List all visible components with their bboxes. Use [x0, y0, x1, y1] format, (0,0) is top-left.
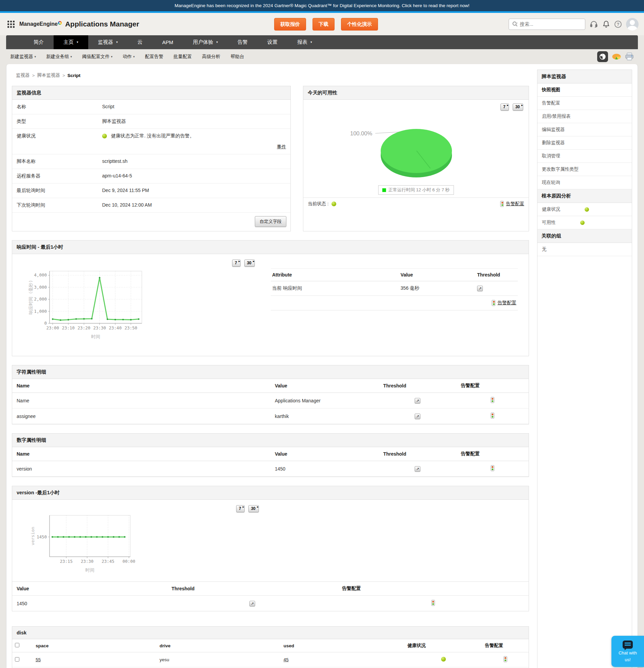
traffic-light-icon[interactable] — [500, 201, 504, 207]
version-title: version -最后1小时 — [12, 486, 529, 500]
traffic-light-icon[interactable] — [491, 412, 494, 419]
personalized-demo-button[interactable]: 个性化演示 — [341, 18, 378, 31]
actions-link[interactable]: 动作 — [123, 54, 135, 60]
pie-chart-icon[interactable] — [612, 53, 621, 60]
threshold-icon[interactable] — [415, 466, 420, 472]
range-30-button[interactable]: 30 — [249, 505, 259, 512]
download-button[interactable]: 下载 — [313, 18, 334, 31]
help-icon[interactable]: ? — [614, 21, 621, 28]
select-all-checkbox[interactable] — [15, 643, 19, 647]
svg-text:3,000: 3,000 — [34, 285, 47, 290]
sidebar-item-rca-availability[interactable]: 可用性 — [537, 216, 632, 229]
notifications-bell-icon[interactable] — [602, 20, 610, 28]
threshold-icon[interactable] — [250, 601, 255, 607]
traffic-light-icon[interactable] — [431, 600, 435, 606]
threshold-icon[interactable] — [415, 413, 420, 419]
nav-item-cloud[interactable]: 云 — [128, 35, 152, 49]
sidebar-item-unmanage[interactable]: 取消管理 — [537, 150, 632, 163]
screenshot-icon[interactable] — [597, 51, 608, 62]
app-launcher-icon[interactable] — [8, 21, 15, 28]
range-30-button[interactable]: 30 — [244, 260, 255, 267]
events-link[interactable]: 事件 — [277, 144, 286, 150]
bulk-config-link[interactable]: 批量配置 — [174, 54, 192, 60]
nav-item-apm[interactable]: APM — [152, 35, 183, 49]
get-quote-button[interactable]: 获取报价 — [274, 18, 306, 31]
nav-item-monitors[interactable]: 监视器 — [88, 35, 128, 49]
info-row-name: 名称 Script — [12, 100, 290, 114]
legend-swatch — [383, 188, 386, 192]
sidebar-item-change-numeric-attr-type[interactable]: 更改数字属性类型 — [537, 163, 632, 176]
alarm-config-link[interactable]: 告警配置 — [497, 300, 516, 306]
threshold-icon[interactable] — [415, 398, 420, 404]
traffic-light-icon[interactable] — [491, 397, 494, 403]
range-7-button[interactable]: 7 — [232, 260, 241, 267]
col-attribute: Attribute — [271, 269, 399, 281]
disk-drive-value: yesu — [157, 652, 281, 667]
toolbar-label: 动作 — [123, 54, 132, 60]
headset-support-icon[interactable] — [590, 20, 598, 28]
chevron-down-icon — [216, 41, 218, 44]
sidebar-item-snapshot-view[interactable]: 快照视图 — [537, 84, 632, 97]
sidebar-item-delete-monitor[interactable]: 删除监视器 — [537, 136, 632, 150]
disk-used-link[interactable]: 45 — [283, 657, 288, 662]
attr-value: karthik — [270, 408, 379, 424]
range-30-button[interactable]: 30 — [513, 104, 523, 111]
traffic-light-icon[interactable] — [492, 300, 495, 306]
table-footer-row: 告警配置 — [271, 296, 518, 310]
svg-text:23:00: 23:00 — [46, 325, 59, 331]
search-box[interactable] — [509, 19, 585, 30]
toolbar-label: 新建监视器 — [10, 54, 33, 60]
availability-title: 今天的可用性 — [303, 86, 529, 100]
availability-status-dot — [580, 221, 585, 225]
row-checkbox[interactable] — [15, 657, 19, 662]
sidebar-section-script-monitor: 脚本监视器 — [537, 70, 632, 84]
sidebar-item-rca-health[interactable]: 健康状况 — [537, 203, 632, 216]
chat-label: us! — [625, 657, 630, 662]
col-threshold: Threshold — [379, 379, 456, 393]
printer-icon[interactable] — [625, 52, 634, 61]
availability-pie-chart[interactable] — [381, 129, 453, 179]
search-icon[interactable] — [512, 21, 518, 27]
svg-text:时间: 时间 — [91, 334, 101, 339]
custom-fields-button[interactable]: 自定义字段 — [255, 216, 286, 227]
new-business-group-link[interactable]: 新建业务组 — [46, 54, 72, 60]
sidebar-item-enable-disable-reports[interactable]: 启用/禁用报表 — [537, 110, 632, 123]
nav-item-reports[interactable]: 报表 — [287, 35, 322, 49]
nav-item-user-experience[interactable]: 用户体验 — [183, 35, 228, 49]
threshold-icon[interactable] — [477, 286, 483, 291]
promo-banner[interactable]: ManageEngine has been recognized in the … — [0, 0, 644, 11]
range-7-button[interactable]: 7 — [500, 104, 509, 111]
col-alarm-config: 告警配置 — [482, 639, 529, 652]
configure-alarms-link[interactable]: 配置告警 — [145, 54, 163, 60]
range-7-button[interactable]: 7 — [236, 505, 245, 512]
search-input[interactable] — [520, 21, 582, 27]
char-attrs-panel: 字符属性明细 Name Value Threshold 告警配置 Name Ap… — [12, 365, 529, 424]
traffic-light-icon[interactable] — [504, 656, 507, 662]
chat-widget-button[interactable]: Chat with us! — [611, 636, 644, 667]
sidebar-item-edit-monitor[interactable]: 编辑监视器 — [537, 123, 632, 136]
info-row-script-name: 脚本名称 scripttest.sh — [12, 154, 290, 169]
sidebar-item-alarm-config[interactable]: 告警配置 — [537, 97, 632, 110]
nav-item-settings[interactable]: 设置 — [257, 35, 287, 49]
info-row-next-poll: 下次轮询时间 Dec 10, 2024 12:00 AM — [12, 198, 290, 213]
chevron-down-icon — [77, 41, 78, 44]
current-status-label: 当前状态 : — [308, 201, 329, 207]
nav-item-home[interactable]: 主页 — [54, 35, 88, 49]
nav-item-intro[interactable]: 简介 — [24, 35, 54, 49]
sidebar-item-poll-now[interactable]: 现在轮询 — [537, 176, 632, 189]
user-avatar[interactable] — [626, 18, 639, 31]
app-title: Applications Manager — [65, 20, 139, 28]
nav-item-alarms[interactable]: 告警 — [228, 35, 257, 49]
breadcrumb-monitors[interactable]: 监视器 — [16, 72, 30, 78]
threshold-profile-link[interactable]: 阈值配置文件 — [82, 54, 113, 60]
advanced-analytics-link[interactable]: 高级分析 — [202, 54, 220, 60]
disk-space-link[interactable]: 55 — [36, 657, 41, 662]
new-monitor-link[interactable]: 新建监视器 — [10, 54, 36, 60]
table-row: 当前 响应时间 356 毫秒 — [271, 281, 518, 296]
alarm-config-link[interactable]: 告警配置 — [506, 201, 524, 207]
breadcrumb-script-monitors[interactable]: 脚本监视器 — [37, 72, 60, 78]
traffic-light-icon[interactable] — [491, 465, 494, 471]
chat-label: Chat with — [618, 650, 637, 655]
helpdesk-link[interactable]: 帮助台 — [230, 54, 244, 60]
col-value: Value — [399, 269, 476, 281]
